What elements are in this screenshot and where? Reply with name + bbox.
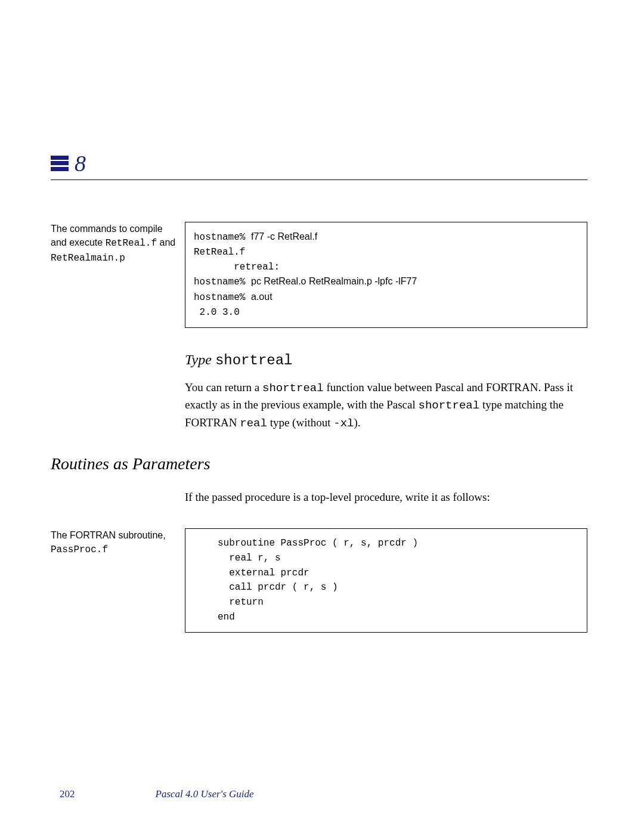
subheading-type-shortreal: Type shortreal <box>185 352 587 368</box>
chapter-number: 8 <box>75 152 86 175</box>
sidebar-text: and <box>157 237 175 247</box>
section-heading-routines: Routines as Parameters <box>51 454 587 473</box>
sidebar-code: RetRealmain.p <box>51 253 125 264</box>
terminal-output-box: hostname% f77 -c RetReal.f RetReal.f ret… <box>185 222 587 328</box>
fortran-code-box: subroutine PassProc ( r, s, prcdr ) real… <box>185 528 587 633</box>
sidebar-code: RetReal.f <box>106 238 157 249</box>
sidebar-code: PassProc.f <box>51 544 108 555</box>
sidebar-caption-2: The FORTRAN subroutine, PassProc.f <box>51 528 185 633</box>
subhead-label: Type <box>185 352 215 367</box>
paragraph-routines: If the passed procedure is a top-level p… <box>185 489 587 506</box>
example-block-1: The commands to compile and execute RetR… <box>51 222 587 328</box>
page-footer: 202 Pascal 4.0 User's Guide <box>60 788 254 800</box>
paragraph-shortreal: You can return a shortreal function valu… <box>185 379 587 432</box>
sidebar-text: The FORTRAN subroutine, <box>51 530 166 540</box>
chapter-header: 8 <box>51 152 587 180</box>
fortran-code: subroutine PassProc ( r, s, prcdr ) real… <box>194 536 578 625</box>
page-number: 202 <box>60 788 75 800</box>
book-title: Pascal 4.0 User's Guide <box>156 788 254 800</box>
sun-bars-icon <box>51 155 69 172</box>
sidebar-caption-1: The commands to compile and execute RetR… <box>51 222 185 328</box>
example-block-2: The FORTRAN subroutine, PassProc.f subro… <box>51 528 587 633</box>
subhead-code: shortreal <box>215 352 293 368</box>
